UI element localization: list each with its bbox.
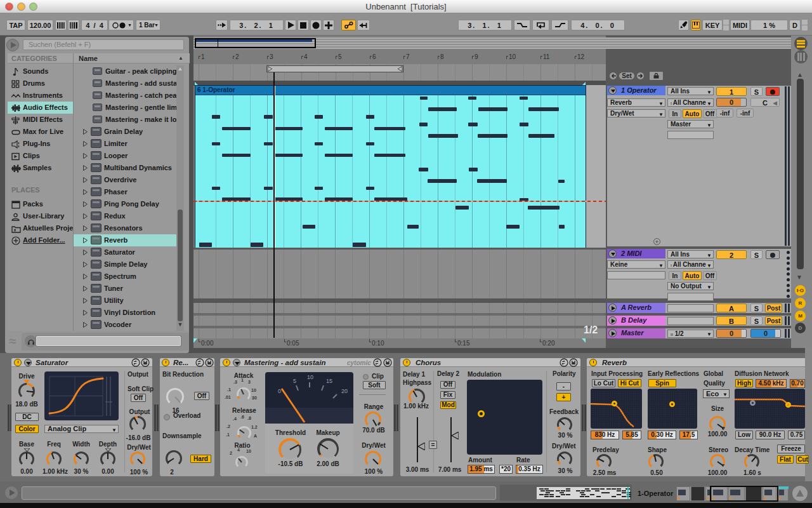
svg-text:15: 15 bbox=[326, 378, 332, 384]
svg-text:5: 5 bbox=[293, 378, 296, 384]
svg-text:20: 20 bbox=[341, 388, 348, 394]
svg-text:10: 10 bbox=[307, 374, 313, 380]
svg-text:0: 0 bbox=[278, 388, 281, 394]
